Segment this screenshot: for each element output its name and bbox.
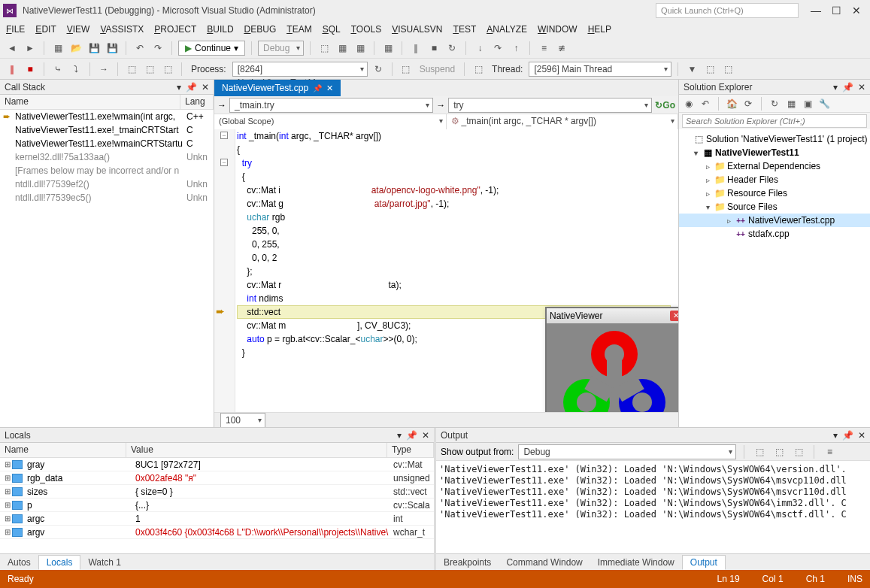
collapse-icon[interactable]: ▣ [801,97,814,111]
dropdown-icon[interactable]: ▾ [833,82,838,92]
callstack-row[interactable]: ntdll.dll!77539ec5()Unkn [0,191,214,205]
process-combo[interactable]: [8264] NativeViewerTest11.exe [232,62,368,77]
solution-search-input[interactable] [682,114,867,128]
close-icon[interactable]: ✕ [326,83,333,93]
tool-icon[interactable]: ⤵ [68,62,83,77]
pin-icon[interactable]: 📌 [842,82,853,92]
tab-watch-1[interactable]: Watch 1 [80,556,129,569]
tab-locals[interactable]: Locals [38,555,81,570]
tool-icon[interactable]: ⬚ [142,62,157,77]
tool-icon[interactable]: ⬚ [124,62,139,77]
redo-icon[interactable]: ↷ [150,41,165,56]
menu-build[interactable]: BUILD [207,24,233,35]
tree-project[interactable]: ▾▦ NativeViewerTest11 [679,146,870,159]
close-icon[interactable]: ✕ [858,430,865,441]
locals-row[interactable]: ⊞gray8UC1 [972x727]cv::Mat [0,458,434,471]
tool-icon[interactable]: ⬚ [160,62,175,77]
go-button[interactable]: ↻Go [655,100,675,111]
menu-analyze[interactable]: ANALYZE [487,24,527,35]
refresh-icon[interactable]: ↻ [768,97,781,111]
new-project-icon[interactable]: ▦ [50,41,65,56]
callstack-row[interactable]: NativeViewerTest11.exe!wmainCRTStartuC [0,137,214,150]
nav-member-combo[interactable]: try [448,98,652,113]
stop-icon[interactable]: ■ [426,41,441,56]
menu-help[interactable]: HELP [588,24,611,35]
menu-visualsvn[interactable]: VISUALSVN [392,24,442,35]
minimize-icon[interactable]: — [811,5,821,16]
save-all-icon[interactable]: 💾 [105,41,120,56]
thread-icon[interactable]: ⬚ [471,62,486,77]
tab-nativeviewertest-cpp[interactable]: NativeViewerTest.cpp 📌 ✕ [214,80,341,96]
menu-debug[interactable]: DEBUG [244,24,277,35]
tool-icon[interactable]: ▦ [335,41,350,56]
output-from-combo[interactable]: Debug [518,444,736,459]
maximize-icon[interactable]: ☐ [832,5,841,16]
tool-icon[interactable]: ⤷ [50,62,65,77]
tree-file[interactable]: ▹++NativeViewerTest.cpp [679,214,870,227]
pin-icon[interactable]: 📌 [406,430,417,441]
tab-command-window[interactable]: Command Window [499,556,590,569]
menu-window[interactable]: WINDOW [538,24,577,35]
scope-combo-left[interactable]: (Global Scope) [214,114,447,129]
nav-scope-combo[interactable]: _tmain.try [229,98,433,113]
tree-file[interactable]: ++stdafx.cpp [679,227,870,241]
tool-icon[interactable]: ≡ [822,444,837,459]
tool-icon[interactable]: ⬚ [720,62,735,77]
menu-sql[interactable]: SQL [323,24,341,35]
comment-icon[interactable]: ≡ [536,41,551,56]
tree-solution[interactable]: ⬚ Solution 'NativeViewerTest11' (1 proje… [679,132,870,146]
tree-folder[interactable]: ▾📁Source Files [679,200,870,214]
pause-icon[interactable]: ‖ [408,41,423,56]
quick-launch-input[interactable]: Quick Launch (Ctrl+Q) [656,3,799,18]
locals-row[interactable]: ⊞sizes{ size=0 }std::vect [0,485,434,499]
continue-button[interactable]: ▶ Continue ▾ [178,41,245,56]
home-icon[interactable]: ◉ [682,97,696,111]
code-editor[interactable]: −− int _tmain(int argc, _TCHAR* argv[]){… [214,129,678,412]
tab-immediate-window[interactable]: Immediate Window [590,556,682,569]
step-icon[interactable]: ↓ [472,41,487,56]
close-icon[interactable]: ✕ [852,5,861,16]
thread-combo[interactable]: [2596] Main Thread [529,62,671,77]
nav-back-icon[interactable]: ◄ [5,41,20,56]
tab-breakpoints[interactable]: Breakpoints [436,556,499,569]
back-icon[interactable]: ↶ [699,97,712,111]
popup-close-icon[interactable]: ✕ [670,311,678,321]
locals-row[interactable]: ⊞argc1int [0,512,434,526]
callstack-row[interactable]: [Frames below may be incorrect and/or n [0,164,214,177]
nav-fwd-icon[interactable]: ► [23,41,38,56]
callstack-row[interactable]: ➨NativeViewerTest11.exe!wmain(int argc,C… [0,110,214,123]
tool-icon[interactable]: ⬚ [702,62,717,77]
menu-test[interactable]: TEST [453,24,477,35]
tree-folder[interactable]: ▹📁External Dependencies [679,159,870,173]
save-icon[interactable]: 💾 [86,41,102,56]
suspend-icon[interactable]: ⬚ [399,62,414,77]
tab-output[interactable]: Output [682,555,726,570]
tree-folder[interactable]: ▹📁Resource Files [679,186,870,200]
restart-icon[interactable]: ↻ [444,41,459,56]
menu-edit[interactable]: EDIT [35,24,56,35]
clear-icon[interactable]: ⬚ [752,444,767,459]
show-all-icon[interactable]: ▦ [784,97,798,111]
break-all-icon[interactable]: ‖ [5,62,20,77]
menu-project[interactable]: PROJECT [154,24,196,35]
output-text[interactable]: 'NativeViewerTest11.exe' (Win32): Loaded… [436,461,870,553]
callstack-row[interactable]: NativeViewerTest11.exe!_tmainCRTStartC [0,123,214,137]
menu-file[interactable]: FILE [6,24,25,35]
locals-row[interactable]: ⊞argv0x003f4c60 {0x003f4c68 L"D:\\work\\… [0,526,434,539]
callstack-row[interactable]: ntdll.dll!77539ef2()Unkn [0,177,214,191]
config-combo[interactable]: Debug [258,41,304,56]
pin-icon[interactable]: 📌 [186,82,197,92]
close-icon[interactable]: ✕ [202,82,209,92]
callstack-row[interactable]: kernel32.dll!75a133aa()Unkn [0,150,214,164]
tool-icon[interactable]: ▦ [380,41,396,56]
menu-view[interactable]: VIEW [67,24,90,35]
dropdown-icon[interactable]: ▾ [177,82,181,92]
tool-icon[interactable]: ⬚ [791,444,806,459]
nav-fwd-icon[interactable]: → [436,100,445,111]
tool-icon[interactable]: → [96,62,111,77]
menu-tools[interactable]: TOOLS [351,24,381,35]
pin-icon[interactable]: 📌 [842,430,853,441]
tab-autos[interactable]: Autos [0,556,38,569]
dropdown-icon[interactable]: ▾ [833,430,838,441]
nav-back-icon[interactable]: → [217,100,226,111]
